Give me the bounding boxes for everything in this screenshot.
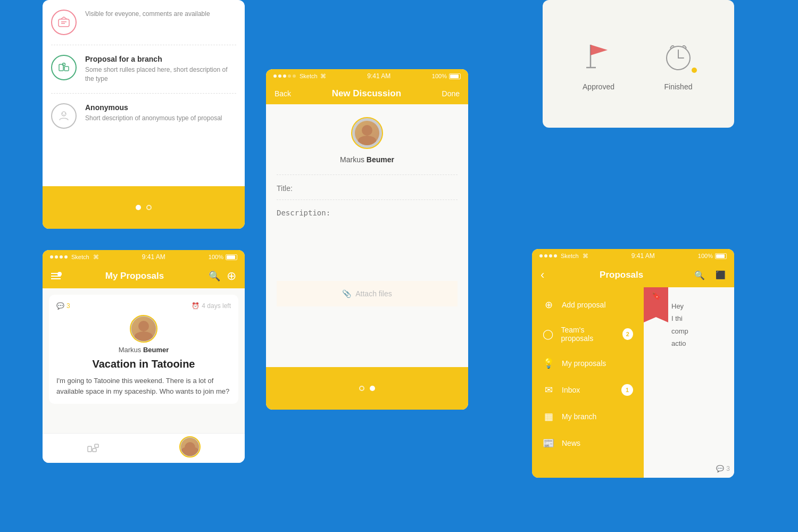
chat-text: HeyI thicompactio xyxy=(671,302,688,347)
sidemenu: ⊕ Add proposal ◯ Team's proposals 2 💡 My… xyxy=(532,287,644,478)
signal-area: Sketch ⌘ xyxy=(273,73,326,80)
search-icon[interactable]: 🔍 xyxy=(209,270,220,282)
svg-rect-4 xyxy=(64,66,69,71)
sidemenu-item-team[interactable]: ◯ Team's proposals 2 xyxy=(532,318,644,350)
bl-carrier: Sketch xyxy=(71,254,89,260)
menu-button[interactable] xyxy=(51,273,61,279)
visible-icon xyxy=(51,10,77,35)
bl-time: 9:41 AM xyxy=(142,253,165,261)
title-input[interactable] xyxy=(277,184,458,193)
menu-badge-dot xyxy=(57,272,62,276)
tab-branch[interactable] xyxy=(87,442,99,455)
center-statusbar: Sketch ⌘ 9:41 AM 100% xyxy=(266,69,468,83)
br-time: 9:41 AM xyxy=(631,252,655,260)
avatar xyxy=(130,315,157,343)
proposal-card[interactable]: 💬 3 ⏰ 4 days left Markus Beumer Vacation… xyxy=(49,295,238,404)
description-field[interactable] xyxy=(277,200,458,281)
my-proposals-label: My proposals xyxy=(562,359,606,368)
svg-rect-16 xyxy=(93,448,96,452)
battery-area: 100% xyxy=(432,73,461,79)
pagination-dot-2[interactable] xyxy=(370,386,375,391)
bl-content: 💬 3 ⏰ 4 days left Markus Beumer Vacation… xyxy=(43,288,245,433)
pagination-footer xyxy=(43,186,245,229)
paperclip-icon: 📎 xyxy=(342,289,351,298)
svg-rect-17 xyxy=(95,444,98,447)
search-icon[interactable]: 🔍 xyxy=(694,270,705,280)
navbar-title: New Discussion xyxy=(332,88,401,99)
center-pagination xyxy=(266,367,468,410)
sidemenu-panel: ⊕ Add proposal ◯ Team's proposals 2 💡 My… xyxy=(532,287,734,478)
svg-point-9 xyxy=(65,112,66,113)
pagination-dot-1[interactable] xyxy=(359,386,364,391)
avatar-face xyxy=(181,438,199,456)
svg-rect-15 xyxy=(88,446,92,452)
center-navbar: Back New Discussion Done xyxy=(266,83,468,104)
chat-count: 3 xyxy=(726,465,730,472)
branch-tab-icon xyxy=(87,442,99,455)
team-badge: 2 xyxy=(622,328,633,340)
svg-point-8 xyxy=(62,112,63,113)
anonymous-icon xyxy=(51,103,77,129)
top-right-card: Approved Finished xyxy=(543,0,734,128)
anonymous-desc: Short description of anonymous type of p… xyxy=(85,114,222,123)
news-icon: 📰 xyxy=(543,437,554,449)
title-field[interactable] xyxy=(277,175,458,200)
time-text: 9:41 AM xyxy=(367,72,390,80)
attach-label: Attach files xyxy=(355,289,392,298)
bl-statusbar: Sketch ⌘ 9:41 AM 100% xyxy=(43,250,245,264)
branch-desc: Some short rulles placed here, short des… xyxy=(85,65,236,84)
list-item: Proposal for a branch Some short rulles … xyxy=(51,45,236,94)
team-proposals-label: Team's proposals xyxy=(561,326,614,343)
battery-percent: 100% xyxy=(432,73,447,79)
description-input[interactable] xyxy=(277,209,458,272)
sidemenu-item-news[interactable]: 📰 News xyxy=(532,430,644,456)
center-phone: Sketch ⌘ 9:41 AM 100% Back New Discussio… xyxy=(266,69,468,410)
back-button[interactable]: Back xyxy=(275,89,291,98)
proposal-title: Vacation in Tatooine xyxy=(56,358,231,370)
add-proposal-icon: ⊕ xyxy=(543,299,554,311)
battery-icon xyxy=(715,253,727,259)
finished-icon xyxy=(660,37,697,74)
carrier-text: Sketch xyxy=(300,73,318,79)
br-signal: Sketch ⌘ xyxy=(539,253,588,260)
avatar-face xyxy=(131,317,156,341)
sidemenu-item-branch[interactable]: ▦ My branch xyxy=(532,403,644,430)
finished-label: Finished xyxy=(664,82,693,91)
inbox-badge: 1 xyxy=(621,384,633,396)
pagination-dot-1[interactable] xyxy=(136,205,141,210)
sidemenu-item-add[interactable]: ⊕ Add proposal xyxy=(532,292,644,318)
avatar-face xyxy=(355,121,379,145)
approved-status: Approved xyxy=(580,37,617,91)
svg-point-6 xyxy=(63,63,65,66)
time-left: 4 days left xyxy=(202,302,231,310)
sidemenu-item-inbox[interactable]: ✉ Inbox 1 xyxy=(532,377,644,403)
inbox-label: Inbox xyxy=(562,386,580,394)
pagination-dot-2[interactable] xyxy=(146,205,152,210)
branch-icon xyxy=(51,55,77,80)
branch-icon: ▦ xyxy=(543,411,554,422)
br-navbar-title: Proposals xyxy=(548,270,694,280)
team-proposals-icon: ◯ xyxy=(543,328,553,340)
form-author: Markus Beumer xyxy=(277,117,458,164)
attach-files-button[interactable]: 📎 Attach files xyxy=(277,281,458,306)
tab-user[interactable] xyxy=(179,436,201,461)
bookmark-button[interactable]: 🔖 xyxy=(644,287,668,317)
br-nav-icons: 🔍 ⬛ xyxy=(694,270,726,280)
visible-item-text: Visible for eveyone, comments are availa… xyxy=(85,10,210,19)
filter-icon[interactable]: ⬛ xyxy=(716,270,726,280)
add-icon[interactable]: ⊕ xyxy=(227,269,236,283)
bottom-left-phone: Sketch ⌘ 9:41 AM 100% My Proposals 🔍 ⊕ 💬 xyxy=(43,250,245,463)
br-navbar: ‹ Proposals 🔍 ⬛ xyxy=(532,263,734,287)
clock-icon: ⏰ xyxy=(192,302,200,310)
comment-badge: 💬 3 xyxy=(56,302,70,310)
bl-tabbar xyxy=(43,433,245,463)
back-button[interactable]: ‹ xyxy=(541,268,544,282)
comment-icon: 💬 xyxy=(56,302,64,310)
sidemenu-item-my[interactable]: 💡 My proposals xyxy=(532,350,644,377)
proposal-header: 💬 3 ⏰ 4 days left xyxy=(56,302,231,310)
side-content: 🔖 HeyI thicompactio 💬 3 xyxy=(644,287,734,478)
anonymous-item-text: Anonymous Short description of anonymous… xyxy=(85,103,222,123)
finished-status: Finished xyxy=(660,37,697,91)
done-button[interactable]: Done xyxy=(442,89,460,98)
branch-item-text: Proposal for a branch Some short rulles … xyxy=(85,55,236,84)
